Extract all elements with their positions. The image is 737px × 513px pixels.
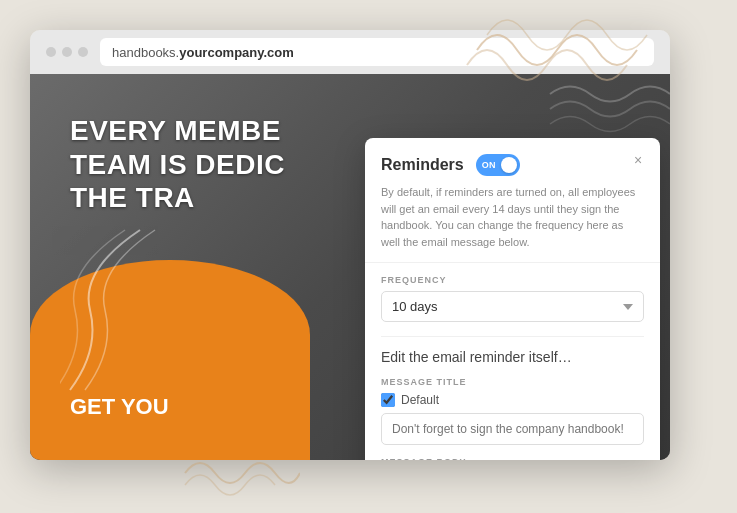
- modal-body: FREQUENCY 10 days 7 days 14 days 30 days…: [365, 263, 660, 460]
- edit-section-title: Edit the email reminder itself…: [381, 336, 644, 365]
- message-title-label: MESSAGE TITLE: [381, 377, 644, 387]
- frequency-label: FREQUENCY: [381, 275, 644, 285]
- url-domain: yourcompany.com: [179, 45, 294, 60]
- url-prefix: handbooks.: [112, 45, 179, 60]
- message-title-checkbox[interactable]: [381, 393, 395, 407]
- modal-header: × Reminders ON By default, if reminders …: [365, 138, 660, 263]
- browser-dots: [46, 47, 88, 57]
- decorative-squiggle-top: [457, 0, 657, 100]
- modal-title-row: Reminders ON: [381, 154, 644, 176]
- browser-dot-green: [78, 47, 88, 57]
- message-title-default-label: Default: [401, 393, 439, 407]
- message-title-input[interactable]: [381, 413, 644, 445]
- page-content: EVERY MEMBE TEAM IS DEDIC THE TRA GET YO…: [30, 74, 670, 460]
- ext-squiggle-bottom: [180, 443, 300, 503]
- reminders-modal[interactable]: × Reminders ON By default, if reminders …: [365, 138, 660, 460]
- toggle-knob: [501, 157, 517, 173]
- message-title-checkbox-row: Default: [381, 393, 644, 407]
- browser-dot-yellow: [62, 47, 72, 57]
- browser-dot-red: [46, 47, 56, 57]
- close-button[interactable]: ×: [628, 150, 648, 170]
- frequency-select[interactable]: 10 days 7 days 14 days 30 days: [381, 291, 644, 322]
- toggle-label: ON: [482, 160, 496, 170]
- modal-title: Reminders: [381, 156, 464, 174]
- modal-description: By default, if reminders are turned on, …: [381, 184, 644, 250]
- curved-lines-left: [60, 220, 160, 400]
- page-headline: EVERY MEMBE TEAM IS DEDIC THE TRA: [70, 114, 285, 215]
- get-you-text: GET YOU: [70, 394, 169, 420]
- message-body-label: MESSAGE BODY: [381, 457, 644, 460]
- reminders-toggle[interactable]: ON: [476, 154, 520, 176]
